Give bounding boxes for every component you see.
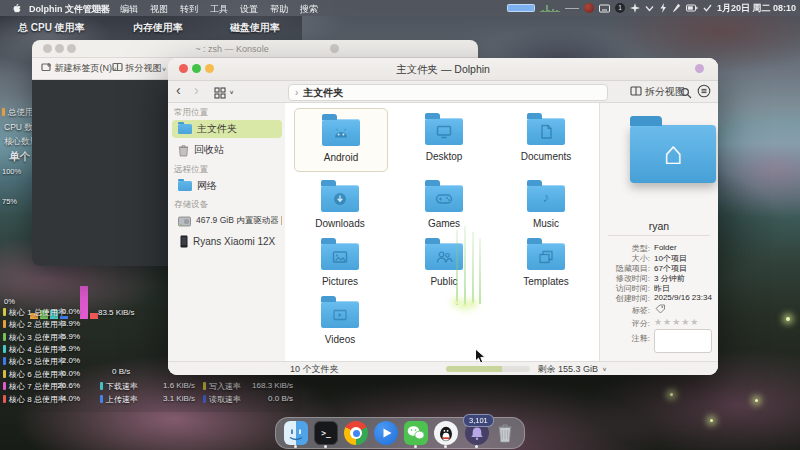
maximize-button-inactive[interactable] [67, 44, 76, 53]
clock[interactable]: 1月20日 周二 08:10 [717, 2, 796, 15]
dock-finder-icon[interactable] [284, 421, 308, 445]
network-graph-widget[interactable] [540, 3, 560, 13]
menu-settings[interactable]: 设置 [240, 3, 258, 16]
statusbar-caret-icon[interactable]: ∨ [602, 366, 607, 372]
apple-logo-icon[interactable] [12, 3, 22, 14]
upload-rate: 上传速率3.1 KiB/s [100, 394, 195, 405]
split-view-button[interactable]: 拆分视图 [630, 85, 685, 99]
tag-icon[interactable] [655, 304, 666, 314]
folder-item-documents[interactable]: Documents [500, 108, 592, 170]
documents-emblem-icon [537, 124, 555, 140]
split-view-icon [630, 86, 642, 96]
folder-icon [527, 243, 565, 270]
cpu-widget[interactable] [507, 4, 535, 12]
maximize-button[interactable] [205, 64, 214, 73]
search-button[interactable] [680, 85, 692, 103]
core-legend-row: 核心 4 总使用率5.9% [3, 344, 80, 355]
running-indicator [324, 445, 327, 448]
axis-75: 75% [2, 197, 17, 206]
sidebar-item-trash[interactable]: 回收站 [172, 141, 282, 159]
flat-graph-widget[interactable] [565, 8, 579, 9]
menu-tools[interactable]: 工具 [210, 3, 228, 16]
split-view-icon [112, 62, 123, 72]
home-glyph-icon: ⌂ [630, 135, 716, 172]
axis-0: 0% [4, 297, 15, 306]
sidebar-item-home[interactable]: 主文件夹 [172, 120, 282, 138]
folder-item-desktop[interactable]: Desktop [398, 108, 490, 170]
split-view-button[interactable]: 拆分视图∨ [112, 62, 167, 75]
menu-edit[interactable]: 编辑 [120, 3, 138, 16]
titlebar-accent-button[interactable] [695, 64, 704, 73]
notification-badge[interactable]: 1 [615, 3, 625, 13]
information-panel: ⌂ ryan 类型:Folder 大小:10个项目 隐藏项目:67个项目 修改时… [599, 103, 718, 362]
folder-icon [321, 185, 359, 212]
videos-emblem-icon [332, 308, 349, 322]
templates-emblem-icon [538, 249, 555, 264]
pictures-emblem-icon [331, 249, 349, 264]
check-icon[interactable] [703, 4, 712, 12]
back-button[interactable]: ‹ [176, 82, 181, 98]
dock-trash-icon[interactable] [493, 421, 517, 445]
konsole-titlebar: ~ : zsh — Konsole [32, 40, 478, 58]
minimize-button-inactive[interactable] [55, 44, 64, 53]
dock-wechat-icon[interactable] [404, 421, 428, 445]
folder-item-videos[interactable]: Videos [294, 291, 386, 353]
chevron-down-icon[interactable] [645, 5, 654, 12]
folder-item-music[interactable]: ♪ Music [500, 175, 592, 237]
minimize-button[interactable] [192, 64, 201, 73]
rating-stars[interactable]: ★★★★★ [654, 317, 699, 327]
pen-icon[interactable] [672, 3, 681, 13]
breadcrumb[interactable]: ›主文件夹 [288, 84, 608, 101]
menu-search[interactable]: 搜索 [300, 3, 318, 16]
dock-media-player-icon[interactable] [374, 421, 398, 445]
forward-button[interactable]: › [194, 82, 199, 98]
info-value: 2025/9/16 23:34 [654, 293, 712, 302]
menu-help[interactable]: 帮助 [270, 3, 288, 16]
folder-item-pictures[interactable]: Pictures [294, 233, 386, 295]
breadcrumb-location[interactable]: 主文件夹 [303, 87, 343, 98]
folder-icon: ♪ [527, 185, 565, 212]
folder-item-downloads[interactable]: Downloads [294, 175, 386, 237]
menu-button[interactable] [697, 84, 711, 102]
net-zero-label: 0 B/s [112, 367, 130, 376]
sidebar-item-drive[interactable]: 467.9 GiB 内置驱动器 [nvm… [172, 212, 282, 230]
battery-icon[interactable] [686, 4, 698, 12]
folder-item-games[interactable]: Games [398, 175, 490, 237]
close-button[interactable] [179, 64, 188, 73]
menu-file[interactable]: 文件 [90, 3, 108, 16]
system-tray: 1 1月20日 周二 08:10 [507, 0, 796, 16]
dock-chrome-icon[interactable] [344, 421, 368, 445]
info-key: 创建时间: [602, 293, 650, 304]
close-button-inactive[interactable] [43, 44, 52, 53]
read-rate: 读取速率0.0 B/s [203, 394, 293, 405]
menu-view[interactable]: 视图 [150, 3, 168, 16]
section-remote: 远程位置 [174, 164, 208, 176]
icons-view-icon [214, 87, 226, 99]
folder-item-templates[interactable]: Templates [500, 233, 592, 295]
bolt-icon[interactable] [659, 3, 667, 13]
dock-terminal-icon[interactable]: >_ [314, 421, 338, 445]
net-axis-label: 83.5 KiB/s [98, 308, 134, 317]
sidebar-item-network[interactable]: 网络 [172, 177, 282, 195]
folder-item-public[interactable]: Public [398, 233, 490, 295]
legend-chip [3, 357, 6, 365]
sidebar-item-phone[interactable]: Ryans Xiaomi 12X [172, 232, 282, 250]
info-value: Folder [654, 243, 677, 252]
dock-qq-icon[interactable] [434, 421, 458, 445]
konsole-menu-button[interactable] [330, 44, 339, 53]
view-mode-button[interactable] [214, 85, 226, 103]
star-icon[interactable] [630, 3, 640, 13]
comment-input[interactable] [654, 329, 712, 353]
firefly-glow [670, 393, 673, 396]
axis-100: 100% [2, 167, 21, 176]
tray-app-icon[interactable] [584, 3, 594, 13]
folder-item-android[interactable]: Android [294, 108, 388, 172]
view-mode-caret-icon[interactable]: ∨ [229, 89, 234, 95]
breadcrumb-chevron-icon: › [295, 87, 298, 98]
monitor-column-disk: 磁盘使用率 [230, 21, 280, 35]
keyboard-icon[interactable] [599, 4, 610, 13]
dolphin-statusbar: 10 个文件夹 剩余 155.3 GiB ∨ [168, 361, 718, 375]
menu-go[interactable]: 转到 [180, 3, 198, 16]
new-tab-button[interactable]: 新建标签页(N)∨ [41, 62, 117, 75]
core-legend-row: 核心 8 总使用率4.0% [3, 394, 80, 405]
